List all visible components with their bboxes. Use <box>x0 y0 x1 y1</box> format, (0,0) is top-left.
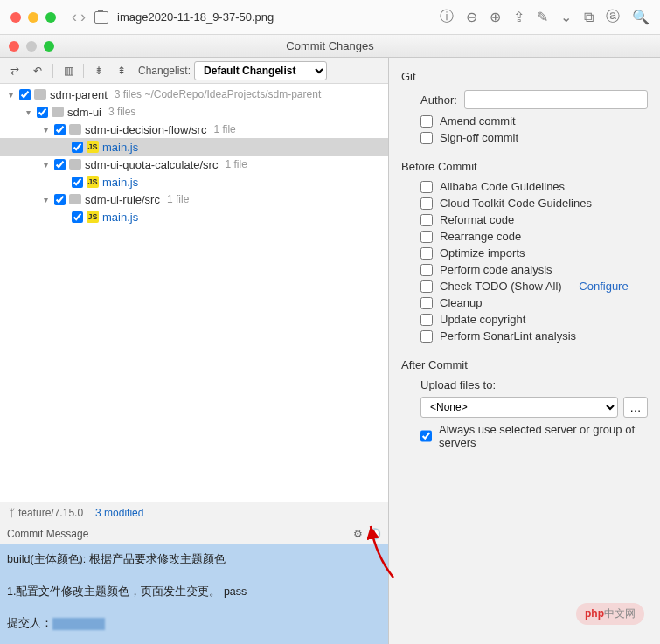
tree-node[interactable]: ▾ sdm-ui 3 files <box>0 103 388 121</box>
tree-checkbox[interactable] <box>72 142 83 153</box>
dialog-title: Commit Changes <box>286 39 373 52</box>
before-commit-label: Rearrange code <box>440 230 521 243</box>
dialog-minimize-icon <box>26 41 37 52</box>
tree-node-meta: 3 files ~/CodeRepo/IdeaProjects/sdm-pare… <box>115 88 321 100</box>
before-commit-checkbox[interactable] <box>420 314 433 326</box>
folder-icon <box>69 124 81 135</box>
commit-message-textarea[interactable]: build(主体颜色): 根据产品要求修改主题颜色 1.配置文件修改主题颜色，页… <box>0 544 388 644</box>
tree-file-label: main.js <box>102 211 138 224</box>
tree-node[interactable]: ▾ sdm-ui-decision-flow/src 1 file <box>0 121 388 138</box>
minimize-window-icon[interactable] <box>28 12 38 23</box>
before-commit-label: Alibaba Code Guidelines <box>440 180 565 193</box>
tree-node-meta: 1 file <box>225 158 247 170</box>
commit-message-settings-icon[interactable]: ⚙ <box>353 528 363 540</box>
author-input[interactable] <box>464 90 648 109</box>
always-use-checkbox[interactable] <box>420 430 432 442</box>
zoom-out-icon[interactable]: ⊖ <box>466 9 477 25</box>
nav-arrows: ‹ › <box>72 8 86 26</box>
changelist-select[interactable]: Default Changelist <box>194 61 327 80</box>
dialog-close-icon[interactable] <box>9 41 19 52</box>
upload-more-button[interactable]: … <box>623 397 648 418</box>
dialog-titlebar: Commit Changes <box>0 35 660 58</box>
branch-indicator[interactable]: ᛘ feature/7.15.0 <box>9 507 83 519</box>
watermark: php中文网 <box>576 603 644 625</box>
chevron-down-icon[interactable]: ▾ <box>23 107 33 117</box>
person-icon[interactable]: ⓐ <box>606 8 620 26</box>
tree-file[interactable]: JS main.js <box>0 138 388 156</box>
show-diff-icon[interactable]: ⇄ <box>5 61 24 80</box>
tree-checkbox[interactable] <box>54 159 66 170</box>
chevron-down-icon[interactable]: ▾ <box>40 195 51 204</box>
expand-all-icon[interactable]: ⇟ <box>89 61 108 80</box>
search-icon[interactable]: 🔍 <box>632 9 650 25</box>
collapse-all-icon[interactable]: ⇞ <box>112 61 131 80</box>
author-row: Author: <box>420 90 648 109</box>
tree-checkbox[interactable] <box>54 124 66 135</box>
signoff-checkbox[interactable] <box>420 132 433 144</box>
right-panel: Git Author: Amend commit Sign-off commit… <box>389 58 660 644</box>
chevron-down-icon[interactable]: ▾ <box>40 160 51 170</box>
tree-node-label: sdm-ui-decision-flow/src <box>85 123 206 136</box>
before-commit-checkbox[interactable] <box>420 181 433 193</box>
mac-window-toolbar: ‹ › image2020-11-18_9-37-50.png ⓘ ⊖ ⊕ ⇪ … <box>0 0 660 35</box>
configure-link[interactable]: Configure <box>579 280 628 293</box>
tree-node[interactable]: ▾ sdm-ui-rule/src 1 file <box>0 190 388 208</box>
amend-checkbox[interactable] <box>420 115 433 128</box>
folder-icon <box>52 107 64 117</box>
folder-icon <box>69 159 81 170</box>
changes-tree[interactable]: ▾ sdm-parent 3 files ~/CodeRepo/IdeaProj… <box>0 84 388 502</box>
before-commit-checkbox[interactable] <box>420 214 433 226</box>
tree-checkbox[interactable] <box>37 107 48 118</box>
tree-node-meta: 3 files <box>108 106 135 118</box>
new-window-icon[interactable]: ⧉ <box>584 10 594 25</box>
tree-file[interactable]: JS main.js <box>0 208 388 225</box>
js-file-icon: JS <box>87 141 99 153</box>
chevron-down-icon[interactable]: ▾ <box>40 125 51 135</box>
info-icon[interactable]: ⓘ <box>440 8 454 26</box>
rollback-icon[interactable]: ↶ <box>28 61 47 80</box>
before-commit-checkbox[interactable] <box>420 280 433 293</box>
before-commit-label: Cleanup <box>440 296 482 309</box>
nav-forward-icon[interactable]: › <box>80 8 86 26</box>
zoom-in-icon[interactable]: ⊕ <box>490 9 501 25</box>
upload-target-select[interactable]: <None> <box>420 397 618 418</box>
tree-checkbox[interactable] <box>19 89 31 100</box>
chevron-down-icon[interactable]: ▾ <box>5 90 16 100</box>
watermark-prefix: php <box>585 607 604 620</box>
js-file-icon: JS <box>87 211 99 223</box>
tree-file[interactable]: JS main.js <box>0 173 388 190</box>
before-commit-checkbox[interactable] <box>420 297 433 309</box>
modified-count[interactable]: 3 modified <box>95 507 143 519</box>
upload-label: Upload files to: <box>420 378 496 391</box>
close-window-icon[interactable] <box>10 12 21 23</box>
commit-history-icon[interactable]: 🕘 <box>368 528 381 540</box>
tree-checkbox[interactable] <box>54 194 66 205</box>
chevron-down-icon[interactable]: ⌄ <box>560 9 572 25</box>
dialog-zoom-icon[interactable] <box>44 41 54 52</box>
commit-message-line: build(主体颜色): 根据产品要求修改主题颜色 <box>7 550 381 570</box>
tree-checkbox[interactable] <box>72 177 83 188</box>
left-panel: ⇄ ↶ ▥ ⇟ ⇞ Changelist: Default Changelist… <box>0 58 389 644</box>
tree-node[interactable]: ▾ sdm-ui-quota-calculate/src 1 file <box>0 156 388 173</box>
before-commit-checkbox[interactable] <box>420 247 433 260</box>
tree-root[interactable]: ▾ sdm-parent 3 files ~/CodeRepo/IdeaProj… <box>0 86 388 103</box>
commit-message-line: 1.配置文件修改主题颜色，页面发生变更。 pass <box>7 582 381 602</box>
before-commit-label: Cloud Toolkit Code Guidelines <box>440 197 592 210</box>
tree-checkbox[interactable] <box>72 211 83 223</box>
edit-icon[interactable]: ✎ <box>537 9 548 25</box>
before-commit-checkbox[interactable] <box>420 264 433 276</box>
before-commit-label: Check TODO (Show All) <box>440 280 562 293</box>
branch-icon: ᛘ <box>9 507 15 519</box>
before-commit-title: Before Commit <box>401 160 648 173</box>
amend-label: Amend commit <box>440 114 516 128</box>
before-commit-checkbox[interactable] <box>420 330 433 343</box>
zoom-window-icon[interactable] <box>45 12 56 23</box>
document-icon <box>94 11 108 24</box>
watermark-suffix: 中文网 <box>604 607 636 620</box>
before-commit-checkbox[interactable] <box>420 197 433 210</box>
nav-back-icon[interactable]: ‹ <box>72 8 77 26</box>
tree-node-label: sdm-ui-quota-calculate/src <box>85 158 218 171</box>
share-icon[interactable]: ⇪ <box>513 9 525 25</box>
group-by-icon[interactable]: ▥ <box>59 61 78 80</box>
before-commit-checkbox[interactable] <box>420 231 433 243</box>
